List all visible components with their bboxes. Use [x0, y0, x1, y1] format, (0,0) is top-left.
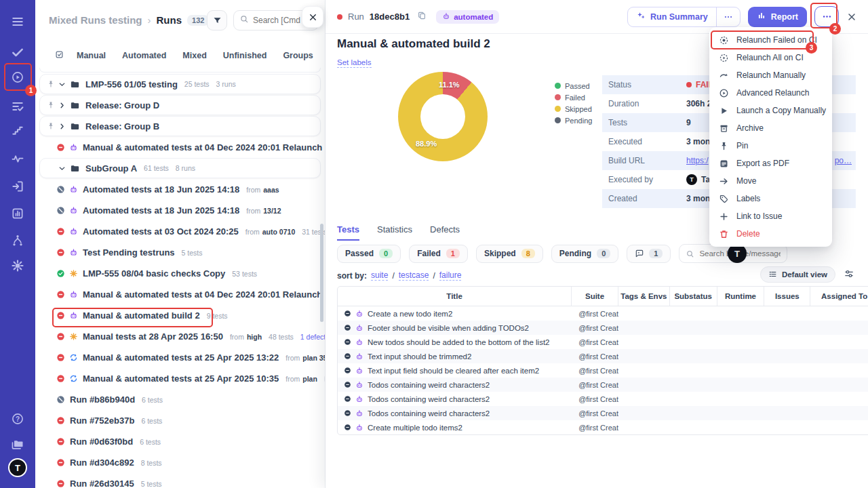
tab-statistics[interactable]: Statistics	[377, 224, 412, 241]
menu-item-pin[interactable]: Pin	[709, 137, 832, 155]
sidebar-play-circle-icon[interactable]	[0, 64, 35, 91]
run-row[interactable]: Automated tests at 18 Jun 2025 14:18from…	[35, 200, 325, 221]
run-row[interactable]: Manual & automated tests at 04 Dec 2024 …	[35, 284, 325, 305]
report-button[interactable]: Report	[748, 7, 807, 27]
run-row[interactable]: Manual & automated tests at 25 Apr 2025 …	[35, 347, 325, 368]
assignee-avatar[interactable]: T	[728, 244, 747, 263]
sidebar-import-icon[interactable]	[0, 173, 35, 200]
panel-close-button[interactable]	[302, 6, 323, 28]
sliders-icon[interactable]	[844, 268, 854, 282]
filter-pill-pending[interactable]: Pending0	[551, 245, 618, 263]
sidebar-help-icon[interactable]: ?	[0, 405, 35, 432]
user-avatar[interactable]: T	[8, 458, 27, 477]
run-row[interactable]: Run #26d301455 tests	[35, 473, 325, 488]
more-actions-button[interactable]	[814, 6, 839, 27]
filter-button[interactable]	[207, 10, 227, 30]
build-url-link-end[interactable]: po…	[835, 156, 852, 165]
menu-item-export-as-pdf[interactable]: Export as PDF	[709, 155, 832, 172]
comments-filter-pill[interactable]: 1	[627, 245, 671, 263]
column-header[interactable]: Substatus	[670, 287, 717, 306]
runs-tab-unfinished[interactable]: Unfinished	[223, 51, 267, 60]
run-row[interactable]: Automated tests at 18 Jun 2025 14:18from…	[35, 179, 325, 200]
run-row[interactable]: Test Pending testruns5 tests	[35, 242, 325, 263]
results-donut-chart: 11.1% 88.9%	[398, 72, 488, 161]
sidebar-pulse-icon[interactable]	[0, 145, 35, 172]
chevron-right-icon[interactable]	[58, 122, 66, 131]
run-row[interactable]: Manual & automated tests at 25 Apr 2025 …	[35, 368, 325, 389]
run-row[interactable]: Automated tests at 03 Oct 2024 20:25from…	[35, 221, 325, 242]
run-summary-button[interactable]: Run Summary	[628, 7, 716, 26]
table-row[interactable]: New todos should be added to the bottom …	[338, 335, 868, 349]
column-header[interactable]: Issues	[764, 287, 810, 306]
run-row[interactable]: Run #d304c8928 tests	[35, 452, 325, 473]
select-all-icon[interactable]	[54, 49, 64, 62]
set-labels-link[interactable]: Set labels	[337, 58, 372, 68]
run-group-row[interactable]: Release: Group B	[39, 116, 321, 136]
sidebar-check-icon[interactable]	[0, 39, 35, 66]
table-row[interactable]: Text input should be trimmed2@first Crea…	[338, 349, 868, 363]
sidebar-list-check-icon[interactable]	[0, 93, 35, 120]
build-url-link[interactable]: https:/	[686, 156, 709, 165]
table-row[interactable]: Text input field should be cleared after…	[338, 363, 868, 378]
tab-tests[interactable]: Tests	[337, 224, 359, 241]
menu-item-link-to-issue[interactable]: Link to Issue	[709, 207, 832, 225]
filter-pill-failed[interactable]: Failed1	[409, 245, 468, 263]
chevron-down-icon[interactable]	[58, 80, 66, 89]
breadcrumb-project[interactable]: Mixed Runs testing	[49, 14, 142, 26]
run-group-row[interactable]: LMP-556 01/05 testing25 tests3 runs	[39, 74, 321, 94]
menu-item-labels[interactable]: Labels	[709, 190, 832, 207]
tab-defects[interactable]: Defects	[430, 224, 460, 241]
run-group-row[interactable]: SubGroup A61 tests8 runs	[39, 158, 321, 178]
chevron-right-icon[interactable]	[58, 101, 66, 110]
sidebar-folders-icon[interactable]	[0, 431, 35, 458]
column-header[interactable]: Title	[338, 287, 572, 306]
column-header[interactable]: Tags & Envs	[618, 287, 670, 306]
default-view-button[interactable]: Default view	[760, 266, 835, 283]
menu-item-relaunch-failed-on-ci[interactable]: Relaunch Failed on CI	[709, 31, 832, 49]
menu-item-advanced-relaunch[interactable]: Advanced Relaunch	[709, 84, 832, 102]
column-header[interactable]: Assigned To	[810, 287, 868, 306]
menu-item-launch-a-copy-manually[interactable]: Launch a Copy Manually	[709, 102, 832, 119]
menu-item-relaunch-manually[interactable]: Relaunch Manually	[709, 66, 832, 84]
chevron-down-icon[interactable]	[58, 164, 66, 173]
run-row[interactable]: Run #752eb37b6 tests	[35, 410, 325, 431]
runs-tab-mixed[interactable]: Mixed	[182, 51, 206, 60]
table-row[interactable]: Create a new todo item2@first Create ...	[338, 306, 868, 321]
column-header[interactable]: Suite	[572, 287, 618, 306]
filter-pill-passed[interactable]: Passed0	[337, 245, 401, 263]
table-row[interactable]: Todos containing weird characters2@first…	[338, 392, 868, 406]
run-row[interactable]: Manual & automated build 29 tests	[35, 305, 325, 326]
sidebar-steps-icon[interactable]	[0, 117, 35, 144]
sort-by-failure[interactable]: failure	[439, 270, 462, 281]
sidebar-menu-icon[interactable]	[0, 8, 35, 35]
runs-tab-automated[interactable]: Automated	[122, 51, 166, 60]
menu-item-archive[interactable]: Archive	[709, 119, 832, 137]
table-row[interactable]: Todos containing weird characters2@first…	[338, 378, 868, 392]
close-run-panel-button[interactable]	[846, 12, 857, 22]
sort-by-suite[interactable]: suite	[371, 270, 388, 281]
table-row[interactable]: Create multiple todo items2@first Create…	[338, 420, 868, 434]
menu-item-relaunch-all-on-ci[interactable]: Relaunch All on CI	[709, 49, 832, 66]
sidebar-branch-icon[interactable]	[0, 227, 35, 254]
copy-icon[interactable]	[417, 11, 427, 23]
run-group-row[interactable]: Release: Group D	[39, 95, 321, 115]
sidebar-gear-icon[interactable]	[0, 252, 35, 279]
sidebar-bar-chart-icon[interactable]	[0, 200, 35, 227]
runs-tab-groups[interactable]: Groups	[283, 51, 313, 60]
menu-item-move[interactable]: Move	[709, 172, 832, 190]
run-summary-more-button[interactable]	[717, 7, 740, 26]
run-defects-link[interactable]: 1 defects	[300, 333, 325, 341]
filter-pill-skipped[interactable]: Skipped8	[476, 245, 543, 263]
run-row[interactable]: Manual & automated tests at 04 Dec 2024 …	[35, 137, 325, 158]
column-header[interactable]: Runtime	[717, 287, 765, 306]
run-row[interactable]: Run #b86b940d6 tests	[35, 389, 325, 410]
table-row[interactable]: Todos containing weird characters2@first…	[338, 406, 868, 420]
run-row[interactable]: Run #0d63f0bd6 tests	[35, 431, 325, 452]
run-row[interactable]: LMP-555 08/04 basic checks Copy53 tests	[35, 263, 325, 284]
sort-by-testcase[interactable]: testcase	[399, 270, 429, 281]
runs-tab-manual[interactable]: Manual	[77, 51, 106, 60]
table-row[interactable]: Footer should be visible when adding TOD…	[338, 321, 868, 335]
scrollbar-thumb[interactable]	[320, 224, 323, 322]
menu-item-delete[interactable]: Delete	[709, 225, 832, 243]
run-row[interactable]: Manual tests at 28 Apr 2025 16:50fromhig…	[35, 326, 325, 347]
